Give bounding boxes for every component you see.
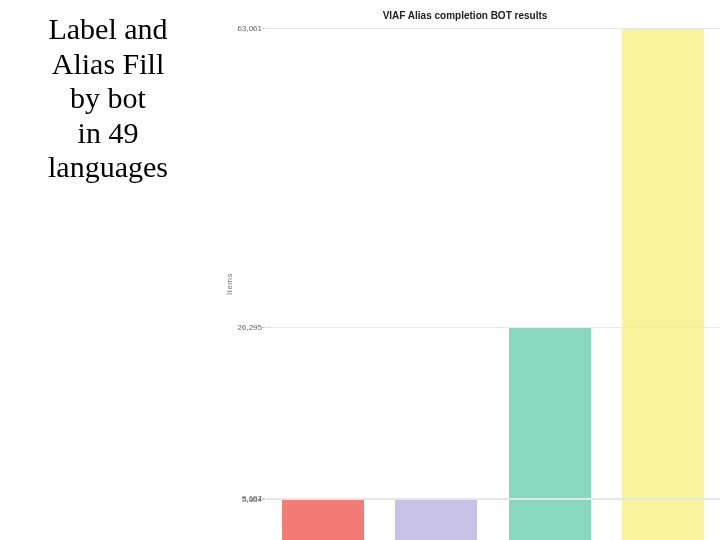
y-axis-label: Items: [225, 273, 234, 295]
heading-text-block: Label and Alias Fill by bot in 49 langua…: [18, 12, 198, 185]
chart-container: Items 5,004 5,197 26,295 63,061: [210, 28, 720, 540]
chart-title: VIAF Alias completion BOT results: [210, 10, 720, 21]
bar: [622, 28, 704, 540]
bar: [282, 499, 364, 540]
bar: [509, 327, 591, 540]
heading-line-4: in 49: [18, 116, 198, 151]
heading-line-5: languages: [18, 150, 198, 185]
y-tick-label: 26,295: [238, 322, 266, 331]
bars-layer: [266, 28, 720, 540]
grid-line: [266, 498, 720, 499]
plot-area: 5,004 5,197 26,295 63,061: [266, 28, 720, 540]
slide-root: Label and Alias Fill by bot in 49 langua…: [0, 0, 720, 540]
grid-line: [266, 327, 720, 328]
grid-line: [266, 28, 720, 29]
y-tick-label: 5,197: [242, 493, 266, 502]
heading-line-1: Label and: [18, 12, 198, 47]
heading-line-3: by bot: [18, 81, 198, 116]
heading-line-2: Alias Fill: [18, 47, 198, 82]
grid-line: [266, 499, 720, 500]
bar: [395, 498, 477, 540]
y-tick-label: 63,061: [238, 24, 266, 33]
